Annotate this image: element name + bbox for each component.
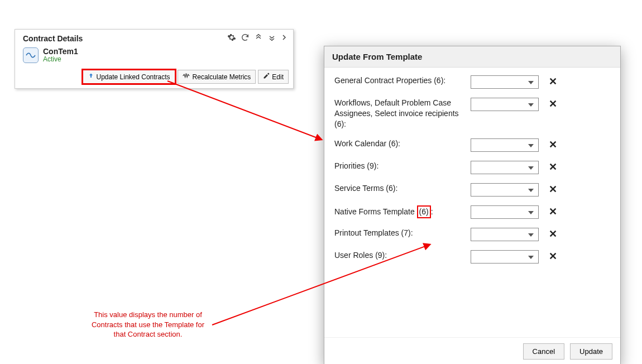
panel-title: Contract Details [23,34,83,43]
button-label: Recalculate Metrics [193,73,251,81]
form-row-printout: Printout Templates (7): ✕ [334,228,610,241]
contract-template-icon [23,47,39,63]
remove-icon[interactable]: ✕ [549,250,557,262]
object-name: ConTem1 [43,47,78,56]
contract-details-panel: Contract Details ConTem1 Active [15,29,294,89]
select-printout[interactable] [471,228,539,241]
select-priorities[interactable] [471,161,539,174]
form-label: Workflows, Default Problem Case Assignee… [334,98,471,130]
remove-icon[interactable]: ✕ [549,161,557,173]
collapse-up-icon[interactable] [254,33,263,44]
form-label: Priorities (9): [334,161,471,171]
form-label: General Contract Properties (6): [334,75,471,86]
button-label: Edit [272,73,284,81]
next-icon[interactable] [281,33,288,44]
remove-icon[interactable]: ✕ [549,183,557,195]
form-row-service-terms: Service Terms (6): ✕ [334,183,610,197]
select-service-terms[interactable] [471,183,539,197]
dialog-body: General Contract Properties (6): ✕ Workf… [324,68,620,337]
edit-button[interactable]: Edit [258,70,289,84]
upload-arrow-icon [88,73,94,81]
svg-line-0 [167,81,322,140]
form-row-priorities: Priorities (9): ✕ [334,161,610,174]
select-user-roles[interactable] [471,250,539,264]
form-row-native-forms: Native Forms Template (6): ✕ [334,205,610,219]
form-label: Native Forms Template (6): [334,205,471,218]
update-button[interactable]: Update [570,343,612,360]
form-label: Service Terms (6): [334,183,471,194]
form-row-user-roles: User Roles (9): ✕ [334,250,610,264]
remove-icon[interactable]: ✕ [549,75,557,88]
object-status: Active [43,55,78,63]
update-from-template-dialog: Update From Template General Contract Pr… [324,46,621,364]
metrics-icon [183,73,190,81]
form-label: Printout Templates (7): [334,228,471,238]
button-label: Update Linked Contracts [97,73,170,81]
panel-buttons: Update Linked Contracts Recalculate Metr… [15,68,293,88]
panel-header: Contract Details [15,30,293,46]
select-general[interactable] [471,75,539,89]
annotation-text: This value displays the number of Contra… [87,310,209,339]
remove-icon[interactable]: ✕ [549,228,557,240]
dialog-title: Update From Template [324,46,620,68]
dialog-footer: Cancel Update [324,337,620,364]
gear-icon[interactable] [227,33,236,44]
count-highlight: (6) [417,205,431,218]
edit-icon [263,73,270,81]
remove-icon[interactable]: ✕ [549,138,557,151]
object-row: ConTem1 Active [15,46,293,68]
select-work-calendar[interactable] [471,138,539,152]
cancel-button[interactable]: Cancel [523,343,564,360]
form-label: User Roles (9): [334,250,471,261]
refresh-icon[interactable] [241,33,250,44]
form-row-work-calendar: Work Calendar (6): ✕ [334,138,610,152]
label-post: : [431,207,433,216]
form-row-workflows: Workflows, Default Problem Case Assignee… [334,98,610,130]
expand-down-icon[interactable] [267,33,276,44]
label-pre: Native Forms Template [334,207,417,216]
form-label: Work Calendar (6): [334,138,471,149]
select-native-forms[interactable] [471,205,539,219]
remove-icon[interactable]: ✕ [549,205,557,218]
recalculate-metrics-button[interactable]: Recalculate Metrics [178,70,256,84]
select-workflows[interactable] [471,98,539,111]
panel-toolbar [227,33,288,44]
remove-icon[interactable]: ✕ [549,98,557,110]
update-linked-contracts-button[interactable]: Update Linked Contracts [83,70,175,84]
form-row-general: General Contract Properties (6): ✕ [334,75,610,89]
